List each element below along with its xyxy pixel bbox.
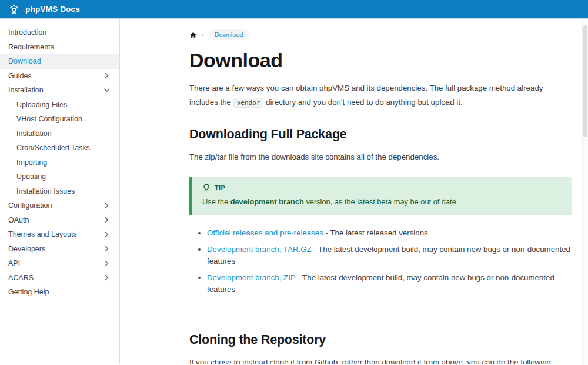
text-segment: If you chose to instead clone it from Gi… — [189, 358, 553, 364]
chevron-down-icon — [103, 87, 110, 94]
tip-callout: TIP Use the development branch version, … — [189, 177, 572, 215]
app-title[interactable]: phpVMS Docs — [25, 5, 80, 14]
download-links-list: Official releases and pre-releases - The… — [189, 227, 572, 296]
sidebar-item-label: Developers — [8, 245, 45, 253]
chevron-right-icon — [103, 245, 110, 252]
sidebar-item-label: VHost Configuration — [16, 115, 82, 123]
sidebar-item-uploading-files[interactable]: Uploading Files — [0, 98, 119, 112]
sidebar-item-label: OAuth — [8, 216, 29, 224]
sidebar-item-configuration[interactable]: Configuration — [0, 198, 119, 213]
sidebar-item-requirements[interactable]: Requirements — [0, 40, 119, 55]
section-heading-full-package: Downloading Full Package — [189, 127, 572, 142]
sidebar-item-updating[interactable]: Updating — [0, 170, 119, 184]
sidebar-item-label: Getting Help — [8, 288, 49, 296]
sidebar-item-label: Updating — [16, 172, 46, 181]
sidebar-item-label: Download — [8, 57, 41, 65]
section-divider — [189, 311, 572, 311]
sidebar-item-getting-help[interactable]: Getting Help — [0, 285, 119, 300]
content-link[interactable]: Development branch, ZIP — [207, 273, 296, 282]
sidebar-item-vhost-configuration[interactable]: VHost Configuration — [0, 112, 119, 127]
sidebar-item-importing[interactable]: Importing — [0, 155, 119, 170]
tip-body: Use the development branch version, as t… — [202, 196, 561, 208]
sidebar-item-label: Cron/Scheduled Tasks — [16, 144, 90, 152]
sidebar-item-label: Guides — [8, 72, 32, 80]
sidebar-item-label: Introduction — [8, 28, 46, 36]
text-segment: The zip/tar file from the downloads site… — [189, 152, 439, 161]
chevron-right-icon — [103, 260, 110, 267]
sidebar-item-installation[interactable]: Installation — [0, 127, 119, 141]
sidebar-item-label: Themes and Layouts — [8, 230, 77, 238]
chevron-right-icon — [103, 274, 110, 281]
content-link[interactable]: Development branch, TAR.GZ — [207, 245, 312, 254]
sidebar-item-label: Requirements — [8, 43, 54, 51]
sidebar-item-guides[interactable]: Guides — [0, 69, 119, 84]
sidebar-item-label: Installation Issues — [16, 187, 75, 195]
breadcrumb-current[interactable]: Download — [209, 29, 249, 40]
sidebar-item-introduction[interactable]: Introduction — [0, 25, 119, 40]
vertical-scrollbar[interactable] — [582, 21, 588, 365]
content-link[interactable]: Official releases and pre-releases — [207, 228, 323, 237]
section-heading-cloning: Cloning the Repository — [189, 333, 572, 347]
sidebar-item-label: Uploading Files — [16, 101, 67, 109]
tip-label: TIP — [215, 184, 225, 191]
sidebar-item-label: Configuration — [8, 201, 52, 210]
text-segment: - The latest released versions — [323, 228, 428, 237]
sidebar-nav: IntroductionRequirementsDownloadGuidesIn… — [0, 19, 120, 364]
bold-text: development branch — [230, 197, 304, 206]
tip-header: TIP — [202, 184, 561, 192]
download-link-item: Development branch, ZIP - The latest dev… — [207, 272, 572, 296]
home-icon[interactable] — [189, 31, 197, 39]
download-link-item: Development branch, TAR.GZ - The latest … — [207, 244, 572, 267]
chevron-right-icon — [103, 203, 110, 209]
cloning-paragraph: If you chose to instead clone it from Gi… — [189, 356, 572, 364]
full-package-paragraph: The zip/tar file from the downloads site… — [189, 150, 572, 164]
chevron-right-icon — [103, 231, 110, 238]
app-header: phpVMS Docs — [0, 0, 588, 19]
sidebar-item-themes-and-layouts[interactable]: Themes and Layouts — [0, 227, 119, 242]
sidebar-item-installation[interactable]: Installation — [0, 83, 119, 98]
sidebar-item-cron-scheduled-tasks[interactable]: Cron/Scheduled Tasks — [0, 141, 119, 155]
chevron-right-icon — [103, 217, 110, 223]
text-segment: directory and you don't need to do anyth… — [263, 98, 462, 107]
main-content: › Download Download There are a few ways… — [120, 19, 588, 364]
page-title: Download — [189, 49, 572, 72]
sidebar-item-api[interactable]: API — [0, 256, 119, 271]
sidebar-item-label: Installation — [8, 86, 44, 94]
inline-code: vendor — [233, 98, 264, 108]
download-link-item: Official releases and pre-releases - The… — [207, 227, 572, 239]
sidebar-item-label: API — [8, 259, 20, 267]
breadcrumb: › Download — [189, 29, 572, 41]
sidebar-item-acars[interactable]: ACARS — [0, 271, 119, 286]
lightbulb-icon — [202, 184, 211, 192]
sidebar-item-installation-issues[interactable]: Installation Issues — [0, 184, 119, 199]
sidebar-item-developers[interactable]: Developers — [0, 242, 119, 257]
sidebar-item-label: Importing — [16, 158, 47, 167]
intro-paragraph: There are a few ways you can obtain phpV… — [189, 81, 572, 110]
sidebar-item-label: Installation — [16, 130, 52, 138]
sidebar-item-download[interactable]: Download — [0, 54, 119, 69]
sidebar-item-label: ACARS — [8, 274, 34, 282]
breadcrumb-separator: › — [202, 31, 204, 38]
chevron-right-icon — [103, 72, 110, 79]
text-segment: Use the — [202, 197, 230, 206]
scrollbar-thumb[interactable] — [583, 25, 587, 137]
sidebar-item-oauth[interactable]: OAuth — [0, 213, 119, 228]
text-segment: version, as the latest beta may be out o… — [304, 197, 459, 206]
phpvms-mascot-logo-icon[interactable] — [8, 4, 20, 15]
